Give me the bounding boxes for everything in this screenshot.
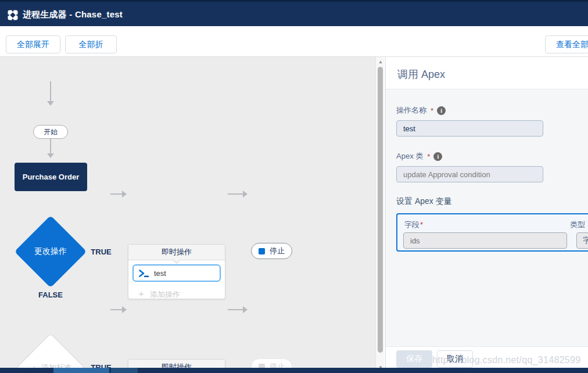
immediate-actions-header-1[interactable]: 即时操作	[128, 245, 225, 260]
variable-field-input[interactable]	[403, 232, 567, 249]
criteria-diamond-label: 更改操作	[25, 226, 76, 277]
trigger-object-node[interactable]: Purchase Order	[15, 163, 87, 191]
view-all-processes-button[interactable]: 查看全部进程	[545, 35, 588, 53]
type-column-header: 类型	[570, 220, 585, 230]
apex-config-panel: 调用 Apex 操作名称* i Apex 类* i 设置 Apex 变量 字段*	[385, 57, 588, 373]
info-icon[interactable]: i	[437, 106, 446, 115]
canvas-vertical-scrollbar[interactable]: ▲ ▼	[375, 57, 385, 373]
add-action-label-1: 添加操作	[150, 289, 180, 300]
panel-footer: 保存 取消	[386, 346, 588, 368]
action-name-label: 操作名称	[396, 105, 426, 116]
action-name-label-row: 操作名称* i	[396, 105, 588, 116]
toolbar: 全部展开 全部折叠 查看全部进程	[0, 26, 588, 57]
page-title: 进程生成器 - Chase_test	[23, 9, 123, 20]
canvas-horizontal-scrollbar[interactable]	[0, 368, 588, 373]
panel-body: 操作名称* i Apex 类* i 设置 Apex 变量 字段* 类型	[386, 90, 588, 346]
cancel-button[interactable]: 取消	[437, 350, 473, 368]
plus-icon: ＋	[137, 288, 146, 300]
variable-type-input[interactable]	[576, 232, 588, 249]
start-node-label: 开始	[44, 127, 58, 137]
process-builder-app: 进程生成器 - Chase_test 全部展开 全部折叠 查看全部进程	[0, 0, 588, 373]
criteria-diamond-active[interactable]: 更改操作	[15, 216, 87, 288]
branch-false-label-1: FALSE	[37, 290, 64, 299]
required-asterisk: *	[427, 152, 430, 161]
required-asterisk: *	[431, 106, 433, 115]
process-builder-icon	[8, 10, 18, 20]
scroll-up-arrow-icon[interactable]: ▲	[376, 58, 385, 66]
stop-node-label-1: 停止	[270, 246, 285, 256]
action-name-group: 操作名称* i	[396, 105, 588, 137]
info-icon[interactable]: i	[433, 152, 442, 161]
save-button[interactable]: 保存	[396, 350, 432, 368]
apex-action-icon	[139, 270, 149, 277]
trigger-object-label: Purchase Order	[23, 173, 80, 181]
collapse-all-button[interactable]: 全部折叠	[65, 35, 117, 53]
start-node[interactable]: 开始	[33, 125, 68, 139]
apex-class-group: Apex 类* i	[396, 151, 588, 182]
action-name-input[interactable]	[396, 120, 543, 137]
stop-node-1[interactable]: 停止	[251, 243, 292, 259]
stop-square-icon	[259, 248, 265, 254]
apex-variables-box: 字段* 类型	[396, 213, 588, 252]
panel-header: 调用 Apex	[386, 57, 588, 89]
vertical-scrollbar-thumb[interactable]	[378, 67, 383, 353]
connector-lines	[0, 57, 385, 373]
apex-class-input[interactable]	[396, 166, 543, 182]
apex-variables-section-label: 设置 Apex 变量	[396, 196, 588, 207]
flow-canvas: 开始 Purchase Order 更改操作 TRUE FALSE 即时操作 t…	[0, 57, 385, 373]
selected-action-label: test	[154, 269, 166, 278]
selected-action-test[interactable]: test	[132, 264, 221, 282]
apex-class-label-row: Apex 类* i	[396, 151, 588, 162]
required-asterisk: *	[420, 220, 423, 229]
panel-title: 调用 Apex	[397, 67, 445, 81]
horizontal-scrollbar-segment	[111, 368, 138, 373]
immediate-actions-box-1: 即时操作 test ＋ 添加操作	[128, 244, 225, 299]
apex-class-label: Apex 类	[396, 151, 423, 162]
titlebar: 进程生成器 - Chase_test	[0, 0, 588, 26]
field-column-header: 字段*	[404, 220, 423, 230]
branch-true-label-1: TRUE	[90, 248, 112, 256]
horizontal-scrollbar-thumb[interactable]	[53, 368, 109, 373]
add-action-button-1[interactable]: ＋ 添加操作	[128, 282, 225, 300]
expand-all-button[interactable]: 全部展开	[6, 35, 60, 53]
